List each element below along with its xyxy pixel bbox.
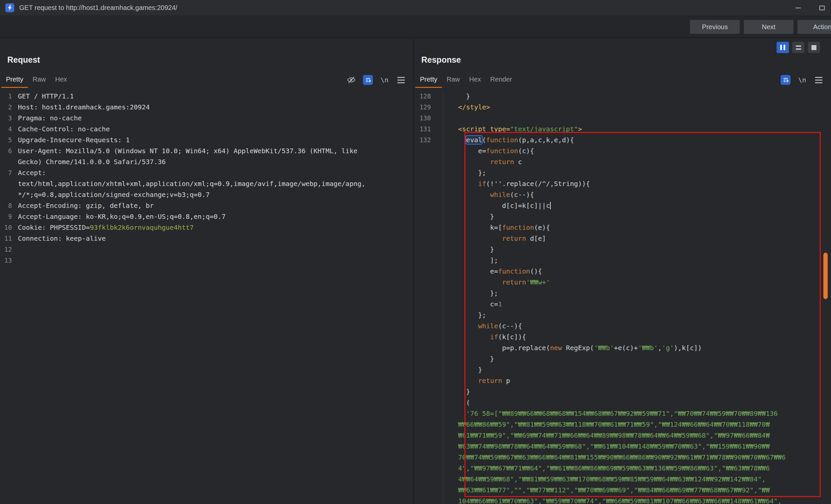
code-line: ₩₩63₩₩61₩₩77","","₩₩77₩₩112","₩₩70₩₩69₩₩… bbox=[414, 485, 831, 496]
code-line: }; bbox=[414, 288, 831, 299]
code-line: 132 eval(function(p,a,c,k,e,d){ bbox=[414, 135, 831, 146]
request-editor[interactable]: 1GET / HTTP/1.12Host: host1.dreamhack.ga… bbox=[0, 89, 413, 504]
tab-raw[interactable]: Raw bbox=[28, 73, 51, 88]
action-toolbar: Previous Next Action bbox=[0, 16, 831, 38]
next-button[interactable]: Next bbox=[744, 20, 794, 34]
newline-toggle-button[interactable]: \n bbox=[797, 75, 807, 85]
layout-rows-button[interactable] bbox=[792, 42, 804, 53]
code-line: 1GET / HTTP/1.1 bbox=[0, 91, 413, 102]
layout-columns-button[interactable] bbox=[777, 42, 789, 53]
tab-pretty[interactable]: Pretty bbox=[1, 73, 28, 88]
hide-nonprintable-button[interactable] bbox=[346, 75, 356, 85]
line-number bbox=[414, 496, 443, 504]
code-line: k=[function(e){ bbox=[414, 222, 831, 233]
code-line: 10Cookie: PHPSESSID=93fklbk2k6ornvaquhgu… bbox=[0, 222, 413, 233]
word-wrap-button[interactable] bbox=[363, 75, 373, 85]
request-panel-title: Request bbox=[7, 55, 40, 65]
tab-render[interactable]: Render bbox=[486, 73, 517, 88]
line-number bbox=[414, 178, 443, 189]
titlebar: GET request to http://host1.dreamhack.ga… bbox=[0, 0, 831, 16]
code-line: Gecko) Chrome/141.0.0.0 Safari/537.36 bbox=[0, 156, 413, 168]
code-line: 70₩₩74₩₩59₩₩67₩₩63₩₩66₩₩64₩₩81₩₩155₩₩90₩… bbox=[414, 452, 831, 463]
tab-raw[interactable]: Raw bbox=[442, 73, 464, 88]
line-number bbox=[414, 441, 443, 452]
response-panel-title: Response bbox=[421, 55, 461, 65]
line-number bbox=[414, 364, 443, 375]
layout-controls bbox=[777, 42, 820, 53]
code-line: return'₩₩w+' bbox=[414, 277, 831, 288]
line-number bbox=[414, 156, 443, 168]
menu-icon bbox=[815, 77, 822, 83]
line-number: 11 bbox=[0, 233, 15, 244]
line-number bbox=[414, 266, 443, 277]
line-number bbox=[414, 485, 443, 496]
code-line: ₩63₩₩74₩₩98₩₩78₩₩64₩₩64₩₩59₩₩68","₩₩61₩₩… bbox=[414, 441, 831, 452]
code-line: return d[e] bbox=[414, 233, 831, 244]
line-number bbox=[414, 146, 443, 156]
code-line: 128 } bbox=[414, 91, 831, 102]
line-number: 8 bbox=[0, 200, 15, 211]
line-number bbox=[414, 189, 443, 200]
line-number: 128 bbox=[414, 91, 443, 102]
layout-single-button[interactable] bbox=[808, 42, 820, 53]
code-line: if(k[c]){ bbox=[414, 332, 831, 343]
line-number bbox=[414, 255, 443, 266]
line-number bbox=[414, 168, 443, 178]
line-number bbox=[414, 343, 443, 353]
response-editor[interactable]: 128 }129</style>130131<script type="text… bbox=[414, 89, 831, 504]
split-columns-icon bbox=[780, 45, 785, 50]
line-number bbox=[414, 419, 443, 430]
line-number bbox=[414, 211, 443, 222]
code-line: 12 bbox=[0, 244, 413, 255]
maximize-button[interactable] bbox=[818, 4, 826, 12]
code-line: d[c]=k[c]||c bbox=[414, 200, 831, 211]
line-number bbox=[0, 178, 15, 189]
burp-bolt-icon bbox=[5, 3, 14, 12]
tab-hex[interactable]: Hex bbox=[51, 73, 71, 88]
code-line: 11Connection: keep-alive bbox=[0, 233, 413, 244]
code-line: 4Cache-Control: no-cache bbox=[0, 124, 413, 135]
editor-menu-button[interactable] bbox=[396, 75, 406, 85]
line-number: 1 bbox=[0, 91, 15, 102]
tab-hex[interactable]: Hex bbox=[464, 73, 486, 88]
line-number: 5 bbox=[0, 135, 15, 146]
code-line: p=p.replace(new RegExp('₩₩b'+e(c)+'₩₩b',… bbox=[414, 343, 831, 353]
hide-nonprintable-icon bbox=[347, 75, 356, 85]
line-number bbox=[414, 408, 443, 419]
action-button[interactable]: Action bbox=[798, 20, 831, 34]
code-line: 104₩₩66₩₩61₩₩70₩₩63","₩₩59₩₩70₩₩74","₩₩6… bbox=[414, 496, 831, 504]
code-line: }; bbox=[414, 168, 831, 178]
scrollbar-thumb[interactable] bbox=[823, 253, 828, 299]
request-tabs: PrettyRawHex bbox=[1, 73, 71, 88]
code-line: 3Pragma: no-cache bbox=[0, 113, 413, 124]
restore-icon bbox=[820, 6, 825, 10]
line-number bbox=[414, 332, 443, 343]
line-number bbox=[414, 430, 443, 441]
code-line: e=function(c){ bbox=[414, 146, 831, 156]
code-line: 13 bbox=[0, 255, 413, 266]
response-panel: Response PrettyRawHexRender \n 128 }129<… bbox=[414, 38, 831, 504]
editor-menu-button[interactable] bbox=[814, 75, 824, 85]
tab-pretty[interactable]: Pretty bbox=[416, 73, 442, 88]
code-line: '76 58=["₩₩89₩₩66₩₩68₩₩68₩₩154₩₩68₩₩67₩₩… bbox=[414, 408, 831, 419]
line-number bbox=[414, 299, 443, 310]
code-line: 129</style> bbox=[414, 102, 831, 113]
line-number bbox=[0, 156, 15, 168]
code-line: e=function(){ bbox=[414, 266, 831, 277]
previous-button[interactable]: Previous bbox=[690, 20, 740, 34]
minimize-button[interactable] bbox=[794, 4, 802, 12]
word-wrap-button[interactable] bbox=[780, 75, 791, 85]
line-number: 3 bbox=[0, 113, 15, 124]
code-line: ( bbox=[414, 397, 831, 408]
single-pane-icon bbox=[811, 45, 816, 50]
line-number bbox=[414, 244, 443, 255]
line-number bbox=[414, 233, 443, 244]
code-line: return p bbox=[414, 375, 831, 386]
code-line: while(c--){ bbox=[414, 321, 831, 332]
line-number: 2 bbox=[0, 102, 15, 113]
code-line: 7Accept: bbox=[0, 168, 413, 178]
newline-icon: \n bbox=[798, 76, 806, 84]
response-tabrow: PrettyRawHexRender \n bbox=[414, 72, 831, 88]
newline-toggle-button[interactable]: \n bbox=[379, 75, 390, 85]
code-line: while(c--){ bbox=[414, 189, 831, 200]
